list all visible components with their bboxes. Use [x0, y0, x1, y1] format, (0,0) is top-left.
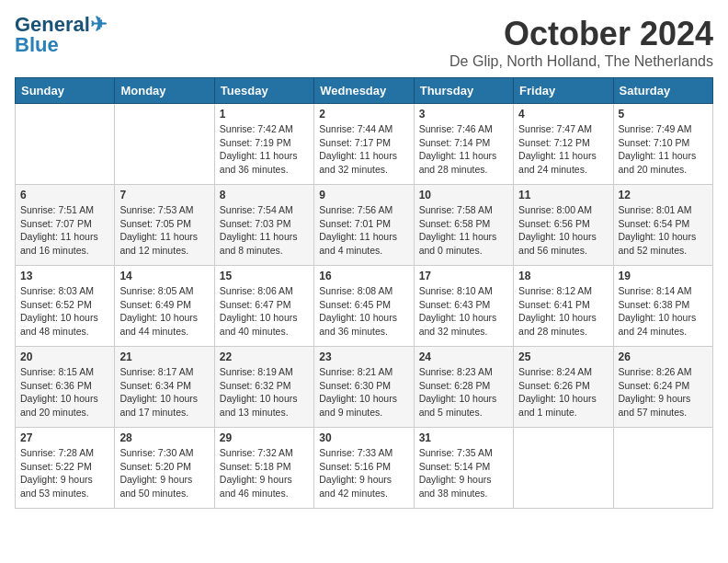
calendar-day-29: 29Sunrise: 7:32 AM Sunset: 5:18 PM Dayli…	[214, 428, 313, 509]
day-header-friday: Friday	[514, 78, 613, 104]
day-content: Sunrise: 8:23 AM Sunset: 6:28 PM Dayligh…	[419, 365, 508, 419]
day-header-saturday: Saturday	[613, 78, 712, 104]
calendar-day-17: 17Sunrise: 8:10 AM Sunset: 6:43 PM Dayli…	[414, 266, 513, 347]
calendar-day-15: 15Sunrise: 8:06 AM Sunset: 6:47 PM Dayli…	[214, 266, 313, 347]
day-content: Sunrise: 8:19 AM Sunset: 6:32 PM Dayligh…	[220, 365, 309, 419]
day-number: 4	[518, 108, 608, 121]
day-content: Sunrise: 8:15 AM Sunset: 6:36 PM Dayligh…	[20, 365, 109, 419]
empty-day	[115, 104, 214, 185]
logo-text-blue: Blue	[15, 35, 59, 55]
calendar-day-11: 11Sunrise: 8:00 AM Sunset: 6:56 PM Dayli…	[514, 185, 613, 266]
day-content: Sunrise: 7:30 AM Sunset: 5:20 PM Dayligh…	[119, 446, 209, 500]
day-number: 25	[518, 350, 608, 363]
day-content: Sunrise: 7:58 AM Sunset: 6:58 PM Dayligh…	[419, 203, 508, 258]
day-number: 16	[319, 270, 408, 282]
day-content: Sunrise: 8:01 AM Sunset: 6:54 PM Dayligh…	[619, 203, 708, 258]
day-content: Sunrise: 7:49 AM Sunset: 7:10 PM Dayligh…	[619, 122, 708, 177]
day-number: 1	[220, 108, 309, 121]
day-content: Sunrise: 7:56 AM Sunset: 7:01 PM Dayligh…	[319, 203, 408, 258]
day-content: Sunrise: 8:06 AM Sunset: 6:47 PM Dayligh…	[220, 284, 309, 339]
day-content: Sunrise: 8:05 AM Sunset: 6:49 PM Dayligh…	[119, 284, 209, 339]
calendar-day-18: 18Sunrise: 8:12 AM Sunset: 6:41 PM Dayli…	[514, 266, 613, 347]
day-content: Sunrise: 8:12 AM Sunset: 6:41 PM Dayligh…	[518, 284, 608, 339]
day-content: Sunrise: 8:03 AM Sunset: 6:52 PM Dayligh…	[20, 284, 109, 339]
calendar-day-3: 3Sunrise: 7:46 AM Sunset: 7:14 PM Daylig…	[414, 104, 513, 185]
day-number: 2	[319, 108, 408, 121]
calendar-day-5: 5Sunrise: 7:49 AM Sunset: 7:10 PM Daylig…	[613, 104, 712, 185]
calendar-day-23: 23Sunrise: 8:21 AM Sunset: 6:30 PM Dayli…	[314, 347, 414, 428]
month-title: October 2024	[449, 15, 713, 53]
day-number: 21	[119, 350, 209, 363]
day-number: 14	[119, 270, 209, 282]
location-title: De Glip, North Holland, The Netherlands	[449, 53, 713, 70]
calendar-day-1: 1Sunrise: 7:42 AM Sunset: 7:19 PM Daylig…	[214, 104, 313, 185]
day-number: 26	[619, 350, 708, 363]
calendar-day-6: 6Sunrise: 7:51 AM Sunset: 7:07 PM Daylig…	[16, 185, 115, 266]
calendar-day-7: 7Sunrise: 7:53 AM Sunset: 7:05 PM Daylig…	[115, 185, 214, 266]
day-content: Sunrise: 8:08 AM Sunset: 6:45 PM Dayligh…	[319, 284, 408, 339]
calendar-day-12: 12Sunrise: 8:01 AM Sunset: 6:54 PM Dayli…	[613, 185, 712, 266]
calendar-day-9: 9Sunrise: 7:56 AM Sunset: 7:01 PM Daylig…	[314, 185, 414, 266]
day-number: 17	[419, 270, 508, 282]
day-number: 18	[518, 270, 608, 282]
day-number: 24	[419, 350, 508, 363]
calendar-day-16: 16Sunrise: 8:08 AM Sunset: 6:45 PM Dayli…	[314, 266, 414, 347]
calendar-day-8: 8Sunrise: 7:54 AM Sunset: 7:03 PM Daylig…	[214, 185, 313, 266]
header: General✈ Blue October 2024 De Glip, Nort…	[15, 15, 713, 70]
title-section: October 2024 De Glip, North Holland, The…	[449, 15, 713, 70]
day-number: 8	[220, 189, 309, 201]
day-number: 31	[419, 431, 508, 444]
day-number: 23	[319, 350, 408, 363]
day-content: Sunrise: 7:33 AM Sunset: 5:16 PM Dayligh…	[319, 446, 408, 500]
calendar-day-25: 25Sunrise: 8:24 AM Sunset: 6:26 PM Dayli…	[514, 347, 613, 428]
day-content: Sunrise: 7:47 AM Sunset: 7:12 PM Dayligh…	[518, 122, 608, 177]
calendar-day-22: 22Sunrise: 8:19 AM Sunset: 6:32 PM Dayli…	[214, 347, 313, 428]
calendar-table: SundayMondayTuesdayWednesdayThursdayFrid…	[15, 77, 713, 509]
day-number: 28	[119, 431, 209, 444]
day-number: 20	[20, 350, 109, 363]
logo-bird-icon: ✈	[90, 13, 107, 36]
day-content: Sunrise: 7:32 AM Sunset: 5:18 PM Dayligh…	[220, 446, 309, 500]
day-content: Sunrise: 8:00 AM Sunset: 6:56 PM Dayligh…	[518, 203, 608, 258]
day-content: Sunrise: 7:46 AM Sunset: 7:14 PM Dayligh…	[419, 122, 508, 177]
day-number: 15	[220, 270, 309, 282]
day-number: 9	[319, 189, 408, 201]
day-content: Sunrise: 8:14 AM Sunset: 6:38 PM Dayligh…	[619, 284, 708, 339]
day-number: 19	[619, 270, 708, 282]
calendar-day-24: 24Sunrise: 8:23 AM Sunset: 6:28 PM Dayli…	[414, 347, 513, 428]
day-number: 3	[419, 108, 508, 121]
day-number: 12	[619, 189, 708, 201]
empty-day	[514, 428, 613, 509]
calendar-day-27: 27Sunrise: 7:28 AM Sunset: 5:22 PM Dayli…	[16, 428, 115, 509]
calendar-day-21: 21Sunrise: 8:17 AM Sunset: 6:34 PM Dayli…	[115, 347, 214, 428]
day-content: Sunrise: 7:44 AM Sunset: 7:17 PM Dayligh…	[319, 122, 408, 177]
empty-day	[613, 428, 712, 509]
logo: General✈ Blue	[15, 15, 107, 55]
calendar-day-30: 30Sunrise: 7:33 AM Sunset: 5:16 PM Dayli…	[314, 428, 414, 509]
day-header-tuesday: Tuesday	[214, 78, 313, 104]
day-content: Sunrise: 7:53 AM Sunset: 7:05 PM Dayligh…	[119, 203, 209, 258]
day-number: 6	[20, 189, 109, 201]
day-header-monday: Monday	[115, 78, 214, 104]
calendar-week-row: 13Sunrise: 8:03 AM Sunset: 6:52 PM Dayli…	[16, 266, 713, 347]
calendar-day-13: 13Sunrise: 8:03 AM Sunset: 6:52 PM Dayli…	[16, 266, 115, 347]
day-number: 11	[518, 189, 608, 201]
day-header-wednesday: Wednesday	[314, 78, 414, 104]
day-content: Sunrise: 8:26 AM Sunset: 6:24 PM Dayligh…	[619, 365, 708, 419]
day-number: 29	[220, 431, 309, 444]
day-content: Sunrise: 8:17 AM Sunset: 6:34 PM Dayligh…	[119, 365, 209, 419]
calendar-week-row: 6Sunrise: 7:51 AM Sunset: 7:07 PM Daylig…	[16, 185, 713, 266]
day-number: 10	[419, 189, 508, 201]
calendar-day-10: 10Sunrise: 7:58 AM Sunset: 6:58 PM Dayli…	[414, 185, 513, 266]
day-content: Sunrise: 8:24 AM Sunset: 6:26 PM Dayligh…	[518, 365, 608, 419]
day-content: Sunrise: 8:10 AM Sunset: 6:43 PM Dayligh…	[419, 284, 508, 339]
day-content: Sunrise: 7:42 AM Sunset: 7:19 PM Dayligh…	[220, 122, 309, 177]
day-number: 7	[119, 189, 209, 201]
day-number: 13	[20, 270, 109, 282]
calendar-week-row: 20Sunrise: 8:15 AM Sunset: 6:36 PM Dayli…	[16, 347, 713, 428]
day-number: 27	[20, 431, 109, 444]
day-content: Sunrise: 7:28 AM Sunset: 5:22 PM Dayligh…	[20, 446, 109, 500]
calendar-day-14: 14Sunrise: 8:05 AM Sunset: 6:49 PM Dayli…	[115, 266, 214, 347]
day-content: Sunrise: 7:51 AM Sunset: 7:07 PM Dayligh…	[20, 203, 109, 258]
day-number: 22	[220, 350, 309, 363]
